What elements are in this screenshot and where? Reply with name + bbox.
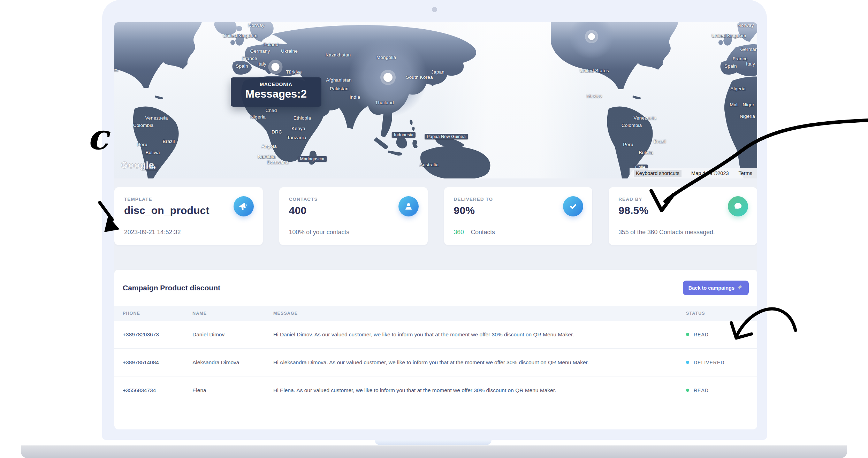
stat-label: TEMPLATE bbox=[124, 197, 253, 202]
panel-header: Campaign Product discount Back to campai… bbox=[114, 270, 757, 306]
dashboard-screen: United StatesNorwayUnited KingdomPolandG… bbox=[114, 22, 757, 429]
stat-sub-label: Contacts bbox=[471, 229, 495, 236]
map-label: Japan bbox=[431, 69, 444, 75]
marker-macedonia[interactable] bbox=[272, 63, 280, 71]
world-map[interactable]: United StatesNorwayUnited KingdomPolandG… bbox=[114, 22, 757, 178]
map-label: Brazil bbox=[654, 139, 666, 144]
map-label: Indonesia bbox=[392, 132, 416, 138]
keyboard-shortcuts-link[interactable]: Keyboard shortcuts bbox=[634, 170, 682, 177]
stat-label: CONTACTS bbox=[289, 197, 418, 202]
marker-canada[interactable] bbox=[588, 33, 595, 40]
map-label: Namibia bbox=[258, 154, 276, 159]
map-label: Thailand bbox=[375, 100, 394, 105]
map-label: Papua New Guinea bbox=[425, 134, 468, 139]
laptop-base-bar bbox=[21, 445, 847, 458]
terms-link[interactable]: Terms bbox=[739, 170, 752, 176]
cell-phone: +3556834734 bbox=[123, 387, 192, 394]
map-label: Afghanistan bbox=[326, 77, 352, 83]
cell-status: DELIVERED bbox=[686, 360, 757, 365]
map-label: Bolivia bbox=[145, 150, 160, 155]
stat-card-delivered: DELIVERED TO 90% 360Contacts bbox=[444, 187, 593, 245]
stat-card-read: READ BY 98.5% 355 of the 360 Contacts me… bbox=[609, 187, 757, 245]
stat-subtext: 100% of your contacts bbox=[289, 229, 349, 236]
map-label: South Korea bbox=[406, 75, 433, 80]
map-label: Tanzania bbox=[287, 135, 306, 140]
map-label: Germany bbox=[740, 47, 757, 52]
map-label: Ethiopia bbox=[294, 115, 311, 121]
map-label: Kenya bbox=[291, 126, 305, 131]
map-label: Nigeria bbox=[250, 114, 266, 120]
person-icon bbox=[398, 196, 419, 216]
map-label: Norway bbox=[248, 23, 265, 28]
chat-bubble-icon bbox=[728, 196, 748, 216]
stat-subtext: 355 of the 360 Contacts messaged. bbox=[618, 229, 715, 236]
column-header-name: NAME bbox=[192, 311, 273, 316]
map-label: Mali bbox=[730, 102, 739, 107]
stat-label: READ BY bbox=[618, 197, 747, 202]
tooltip-messages: Messages:2 bbox=[231, 88, 321, 100]
map-label: Spain bbox=[724, 63, 737, 69]
cell-status: READ bbox=[686, 332, 757, 337]
map-label: Colombia bbox=[133, 123, 154, 128]
status-dot bbox=[686, 361, 689, 364]
column-header-phone: PHONE bbox=[123, 311, 192, 316]
map-label: United States bbox=[580, 68, 609, 73]
column-header-status: STATUS bbox=[686, 311, 757, 316]
stat-sub-highlight: 360 bbox=[454, 229, 464, 236]
table-row[interactable]: +38978203673 Daniel Dimov Hi Daniel Dimo… bbox=[114, 321, 757, 349]
cell-name: Aleksandra Dimova bbox=[192, 359, 273, 366]
map-label: France bbox=[732, 56, 747, 61]
laptop-mockup: United StatesNorwayUnited KingdomPolandG… bbox=[102, 0, 767, 440]
cell-phone: +38978514084 bbox=[123, 359, 192, 366]
map-label: Bolivia bbox=[639, 150, 653, 155]
map-label: Venezuela bbox=[634, 115, 656, 121]
map-label: Chad bbox=[265, 108, 277, 113]
tooltip-country: MACEDONIA bbox=[231, 82, 321, 87]
cell-phone: +38978203673 bbox=[123, 331, 192, 338]
table-row[interactable]: +38978514084 Aleksandra Dimova Hi Aleksa… bbox=[114, 349, 757, 376]
map-label: Peru bbox=[137, 142, 147, 147]
table-row[interactable]: +3556834734 Elena Hi Elena. As our value… bbox=[114, 376, 757, 404]
map-label: Madagascar bbox=[298, 156, 327, 162]
megaphone-emoji-icon bbox=[737, 284, 743, 291]
map-label: Poland bbox=[263, 42, 278, 47]
map-label: Niger bbox=[743, 102, 754, 107]
stat-sub-label: 2023-09-21 14:52:32 bbox=[124, 229, 181, 236]
stats-row: TEMPLATE disc_on_product 2023-09-21 14:5… bbox=[114, 178, 757, 268]
stat-subtext: 2023-09-21 14:52:32 bbox=[124, 229, 181, 236]
map-label: United Kingdom bbox=[712, 33, 746, 38]
map-label: Botswana bbox=[267, 160, 289, 165]
map-label: Angola bbox=[261, 144, 276, 149]
map-data-label: Map data ©2023 bbox=[691, 170, 729, 176]
map-label: Italy bbox=[746, 61, 755, 67]
table-header: PHONE NAME MESSAGE STATUS bbox=[114, 306, 757, 321]
stat-card-contacts: CONTACTS 400 100% of your contacts bbox=[279, 187, 428, 245]
status-label: READ bbox=[694, 388, 709, 393]
marker-china[interactable] bbox=[383, 73, 393, 82]
laptop-base-notch bbox=[375, 440, 492, 445]
map-label: Spain bbox=[236, 63, 248, 69]
map-label: Algeria bbox=[730, 86, 745, 91]
stat-label: DELIVERED TO bbox=[454, 197, 583, 202]
status-label: READ bbox=[694, 332, 709, 337]
stat-card-template: TEMPLATE disc_on_product 2023-09-21 14:5… bbox=[114, 187, 263, 245]
map-label: Germany bbox=[250, 48, 270, 54]
stat-sub-label: 355 of the 360 Contacts messaged. bbox=[618, 229, 715, 236]
map-label: Mexico bbox=[587, 93, 602, 99]
column-header-message: MESSAGE bbox=[273, 311, 686, 316]
map-label: India bbox=[350, 94, 360, 100]
back-to-campaigns-button[interactable]: Back to campaings bbox=[683, 281, 749, 295]
map-label: Norway bbox=[738, 23, 754, 28]
map-label: Peru bbox=[623, 142, 633, 147]
stat-sub-label: 100% of your contacts bbox=[289, 229, 349, 236]
map-tooltip: MACEDONIA Messages:2 bbox=[231, 77, 321, 107]
check-icon bbox=[563, 196, 583, 216]
status-label: DELIVERED bbox=[694, 360, 724, 365]
map-label: United States bbox=[114, 67, 119, 72]
map-label: Kazakhstan bbox=[326, 52, 351, 58]
map-label: Australia bbox=[420, 162, 439, 167]
map-label: Venezuela bbox=[145, 115, 168, 121]
campaign-title: Campaign Product discount bbox=[123, 284, 220, 292]
campaign-panel: Campaign Product discount Back to campai… bbox=[114, 270, 757, 429]
map-label: United Kingdom bbox=[223, 33, 258, 38]
